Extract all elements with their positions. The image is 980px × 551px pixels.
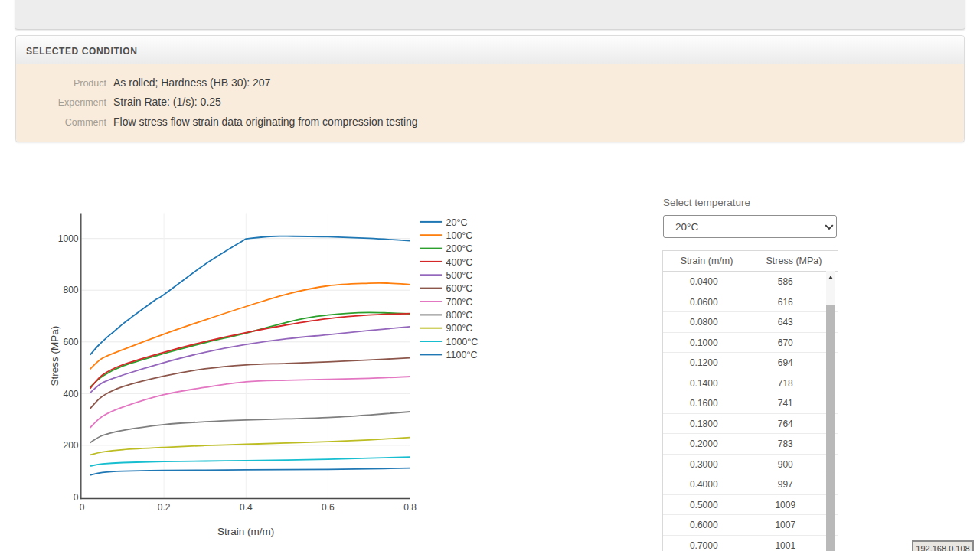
svg-text:1000: 1000 xyxy=(58,233,79,244)
svg-text:400: 400 xyxy=(63,389,78,399)
svg-text:500°C: 500°C xyxy=(446,270,473,281)
svg-text:800°C: 800°C xyxy=(446,310,473,321)
svg-text:0.8: 0.8 xyxy=(403,502,416,513)
svg-text:1000°C: 1000°C xyxy=(446,337,479,347)
svg-text:400°C: 400°C xyxy=(446,257,473,268)
svg-text:600: 600 xyxy=(63,337,78,347)
svg-text:1100°C: 1100°C xyxy=(446,350,478,360)
svg-text:800: 800 xyxy=(63,285,78,295)
svg-text:0.6: 0.6 xyxy=(322,502,335,513)
svg-text:200: 200 xyxy=(63,440,78,451)
svg-text:0.4: 0.4 xyxy=(240,502,253,513)
svg-text:0: 0 xyxy=(80,502,85,513)
svg-text:20°C: 20°C xyxy=(446,217,468,228)
svg-text:Strain (m/m): Strain (m/m) xyxy=(217,526,274,537)
svg-text:100°C: 100°C xyxy=(446,230,473,241)
svg-text:700°C: 700°C xyxy=(446,297,473,308)
svg-text:200°C: 200°C xyxy=(446,243,473,254)
svg-text:Stress (MPa): Stress (MPa) xyxy=(49,326,60,386)
svg-text:0: 0 xyxy=(74,492,79,503)
svg-text:0.2: 0.2 xyxy=(158,502,171,513)
svg-text:900°C: 900°C xyxy=(446,323,473,334)
svg-text:600°C: 600°C xyxy=(446,283,473,294)
